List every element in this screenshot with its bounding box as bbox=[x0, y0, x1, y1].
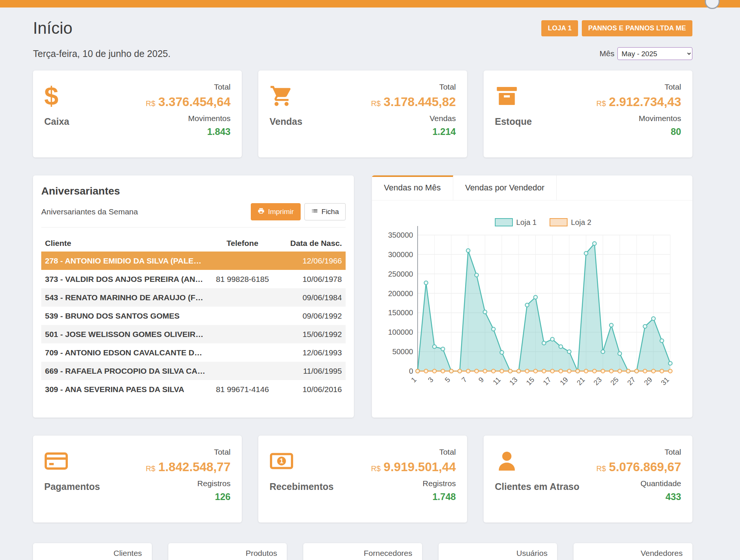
clientes-card[interactable]: Clientes bbox=[33, 543, 152, 560]
dollar-icon: $ bbox=[44, 82, 69, 109]
birthday-row[interactable]: 539 - BRUNO DOS SANTOS GOMES09/06/1992 bbox=[41, 307, 346, 325]
birthday-row[interactable]: 709 - ANTONIO EDSON CAVALCANTE D…12/06/1… bbox=[41, 343, 346, 362]
total-label: Total bbox=[596, 82, 681, 91]
birthday-row[interactable]: 373 - VALDIR DOS ANJOS PEREIRA (AN…81 99… bbox=[41, 270, 346, 288]
svg-text:300000: 300000 bbox=[388, 250, 413, 259]
birthdate-cell: 10/06/1978 bbox=[280, 275, 342, 284]
summary-cards-row: Clientes Produtos Fornecedores Usuários … bbox=[33, 543, 692, 560]
svg-text:21: 21 bbox=[575, 376, 586, 387]
current-date: Terça-feira, 10 de junho de 2025. bbox=[33, 48, 171, 59]
svg-text:31: 31 bbox=[659, 376, 671, 387]
count-label: Registros bbox=[371, 479, 456, 488]
pagamentos-card: Pagamentos Total R$1.842.548,77 Registro… bbox=[33, 436, 242, 523]
column-data-nasc: Data de Nasc. bbox=[280, 239, 342, 248]
vendedores-card[interactable]: Vendedores bbox=[574, 543, 692, 560]
svg-text:Loja 2: Loja 2 bbox=[571, 218, 592, 226]
user-avatar-icon[interactable] bbox=[705, 0, 720, 9]
phone-cell: 81 99828-6185 bbox=[205, 275, 280, 284]
recebimentos-card: 1 Recebimentos Total R$9.919.501,44 Regi… bbox=[258, 436, 467, 523]
count-value: 1.214 bbox=[371, 126, 456, 137]
svg-text:27: 27 bbox=[626, 376, 637, 387]
print-button-label: Imprimir bbox=[268, 208, 294, 216]
count-label: Movimentos bbox=[146, 114, 231, 123]
store-button[interactable]: LOJA 1 bbox=[541, 20, 578, 36]
birthday-row[interactable]: 669 - RAFAELA PROCOPIO DA SILVA CA…11/06… bbox=[41, 362, 346, 380]
usuarios-card[interactable]: Usuários bbox=[439, 543, 557, 560]
svg-text:1: 1 bbox=[409, 376, 418, 384]
card-label: Usuários bbox=[448, 549, 548, 558]
count-value: 80 bbox=[596, 126, 681, 137]
vendas-card: Vendas Total R$3.178.445,82 Vendas 1.214 bbox=[258, 70, 467, 157]
count-label: Movimentos bbox=[596, 114, 681, 123]
clientes-atraso-card: Clientes em Atraso Total R$5.076.869,67 … bbox=[484, 436, 692, 523]
tab-vendas-no-mes[interactable]: Vendas no Mês bbox=[372, 175, 453, 200]
svg-text:250000: 250000 bbox=[388, 270, 413, 278]
card-label: Clientes bbox=[43, 549, 142, 558]
birthdays-title: Aniversariantes bbox=[41, 185, 346, 197]
ficha-button[interactable]: Ficha bbox=[304, 203, 346, 220]
fornecedores-card[interactable]: Fornecedores bbox=[303, 543, 422, 560]
print-button[interactable]: Imprimir bbox=[251, 203, 301, 220]
stat-title: Pagamentos bbox=[44, 481, 100, 492]
column-cliente: Cliente bbox=[45, 239, 205, 248]
svg-text:Loja 1: Loja 1 bbox=[516, 218, 537, 226]
count-value: 126 bbox=[146, 491, 231, 502]
chart-tabs: Vendas no Mês Vendas por Vendedor bbox=[372, 175, 692, 201]
printer-icon bbox=[258, 207, 265, 216]
card-label: Vendedores bbox=[583, 549, 683, 558]
total-amount: R$3.376.454,64 bbox=[146, 95, 231, 111]
total-amount: R$2.912.734,43 bbox=[596, 95, 681, 111]
person-icon bbox=[495, 448, 580, 475]
birthdate-cell: 12/06/1966 bbox=[280, 256, 342, 265]
birthday-row[interactable]: 501 - JOSE WELISSON GOMES OLIVEIR…15/06/… bbox=[41, 325, 346, 343]
total-label: Total bbox=[146, 448, 231, 457]
svg-text:50000: 50000 bbox=[392, 347, 413, 356]
birthdays-panel: Aniversariantes Aniversariantes da Seman… bbox=[33, 175, 354, 418]
top-bar bbox=[0, 0, 740, 7]
svg-text:7: 7 bbox=[460, 376, 468, 384]
svg-text:9: 9 bbox=[477, 376, 485, 384]
box-icon bbox=[495, 82, 532, 109]
birthday-row[interactable]: 278 - ANTONIO EMIDIO DA SILVA (PALE…12/0… bbox=[41, 252, 346, 270]
count-label: Quantidade bbox=[596, 479, 681, 488]
tab-vendas-por-vendedor[interactable]: Vendas por Vendedor bbox=[453, 175, 557, 200]
svg-text:200000: 200000 bbox=[388, 289, 413, 298]
date-row: Terça-feira, 10 de junho de 2025. Mês Ma… bbox=[33, 47, 692, 60]
stat-title: Clientes em Atraso bbox=[495, 481, 580, 492]
stat-title: Vendas bbox=[270, 116, 303, 127]
company-button[interactable]: PANNOS E PANNOS LTDA ME bbox=[582, 20, 692, 36]
client-cell: 709 - ANTONIO EDSON CAVALCANTE D… bbox=[45, 348, 205, 357]
birthdate-cell: 15/06/1992 bbox=[280, 330, 342, 339]
client-cell: 539 - BRUNO DOS SANTOS GOMES bbox=[45, 311, 205, 320]
total-label: Total bbox=[596, 448, 681, 457]
banknote-icon: 1 bbox=[270, 448, 334, 475]
page-header: Início LOJA 1 PANNOS E PANNOS LTDA ME bbox=[33, 19, 692, 37]
list-icon bbox=[311, 207, 318, 216]
client-cell: 543 - RENATO MARINHO DE ARAUJO (F… bbox=[45, 293, 205, 302]
month-select[interactable]: May - 2025 bbox=[617, 47, 692, 60]
client-cell: 278 - ANTONIO EMIDIO DA SILVA (PALE… bbox=[45, 256, 205, 265]
svg-text:11: 11 bbox=[491, 376, 502, 386]
total-label: Total bbox=[371, 82, 456, 91]
svg-text:23: 23 bbox=[592, 376, 603, 387]
produtos-card[interactable]: Produtos bbox=[168, 543, 287, 560]
count-value: 433 bbox=[596, 491, 681, 502]
stat-title: Recebimentos bbox=[270, 481, 334, 492]
table-body: 278 - ANTONIO EMIDIO DA SILVA (PALE…12/0… bbox=[41, 252, 346, 398]
svg-text:13: 13 bbox=[508, 376, 519, 387]
bottom-stats-row: Pagamentos Total R$1.842.548,77 Registro… bbox=[33, 436, 692, 523]
total-amount: R$1.842.548,77 bbox=[146, 460, 231, 476]
birthdate-cell: 12/06/1993 bbox=[280, 348, 342, 357]
total-label: Total bbox=[146, 82, 231, 91]
middle-row: Aniversariantes Aniversariantes da Seman… bbox=[33, 175, 692, 418]
card-label: Produtos bbox=[178, 549, 277, 558]
birthdays-subtitle: Aniversariantes da Semana bbox=[41, 207, 138, 216]
svg-text:15: 15 bbox=[525, 376, 536, 387]
svg-text:150000: 150000 bbox=[388, 308, 413, 317]
birthday-row[interactable]: 543 - RENATO MARINHO DE ARAUJO (F…09/06/… bbox=[41, 288, 346, 307]
birthdate-cell: 10/06/2016 bbox=[280, 385, 342, 394]
birthday-row[interactable]: 309 - ANA SEVERINA PAES DA SILVA81 99671… bbox=[41, 380, 346, 398]
count-label: Registros bbox=[146, 479, 231, 488]
cart-icon bbox=[270, 82, 303, 109]
month-label: Mês bbox=[599, 49, 614, 58]
